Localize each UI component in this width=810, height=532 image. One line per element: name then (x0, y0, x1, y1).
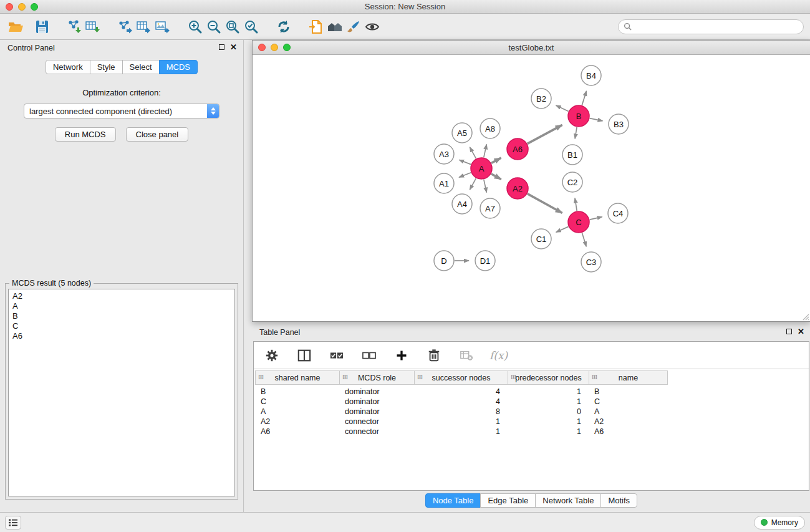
graph-node-D[interactable]: D (434, 251, 454, 271)
zoom-network-window-button[interactable] (283, 44, 291, 51)
graph-edge-B-B4[interactable] (582, 91, 586, 105)
minimize-network-window-button[interactable] (271, 44, 278, 51)
select-all-icon[interactable] (327, 346, 346, 365)
titlebar[interactable]: Session: New Session (0, 0, 810, 14)
add-column-icon[interactable] (392, 346, 411, 365)
zoom-window-button[interactable] (31, 3, 38, 11)
graph-node-B[interactable]: B (568, 105, 589, 127)
graph-edge-A-A3[interactable] (459, 160, 471, 164)
graph-node-B3[interactable]: B3 (609, 114, 629, 134)
tab-motifs[interactable]: Motifs (600, 493, 637, 508)
zoom-fit-icon[interactable] (223, 17, 242, 36)
tab-network[interactable]: Network (46, 60, 90, 74)
graph-edge-C-C3[interactable] (582, 233, 586, 246)
graph-edge-B-B3[interactable] (590, 118, 603, 121)
graph-node-A3[interactable]: A3 (434, 144, 454, 164)
eye-icon[interactable] (363, 17, 382, 36)
criterion-select[interactable]: largest connected component (directed) (24, 104, 219, 118)
memory-button[interactable]: Memory (754, 516, 805, 530)
graph-node-B2[interactable]: B2 (531, 89, 551, 109)
column-header[interactable]: ⊞name (589, 371, 667, 384)
network-canvas[interactable]: B4B2BB3A5A8A6A3B1AC2A1A2A4A7C4CC1C3DD1 (253, 55, 810, 321)
graph-node-A4[interactable]: A4 (452, 194, 472, 214)
list-item[interactable]: C (12, 321, 231, 331)
graph-node-A2[interactable]: A2 (507, 178, 528, 199)
graph-node-C3[interactable]: C3 (581, 252, 601, 272)
table-row[interactable]: A2connector11A2 (255, 417, 808, 427)
graph-edge-A-A8[interactable] (484, 144, 487, 157)
open-session-file-icon[interactable] (307, 17, 325, 36)
tab-style[interactable]: Style (90, 60, 123, 74)
close-window-button[interactable] (6, 3, 13, 11)
graph-node-D1[interactable]: D1 (475, 251, 495, 271)
tab-mcds[interactable]: MCDS (159, 60, 198, 74)
import-network-icon[interactable] (65, 17, 84, 36)
column-header[interactable]: ⊞predecessor nodes (508, 371, 589, 384)
graph-edge-A-A1[interactable] (459, 173, 471, 178)
graph-edge-A2-C[interactable] (528, 194, 562, 213)
graph-node-C[interactable]: C (568, 211, 589, 233)
minimize-window-button[interactable] (18, 3, 26, 11)
column-header[interactable]: ⊞MCDS role (340, 371, 415, 384)
search-box[interactable] (618, 19, 804, 34)
graph-node-C1[interactable]: C1 (531, 229, 551, 249)
run-mcds-button[interactable]: Run MCDS (55, 127, 116, 142)
graph-edge-C-C2[interactable] (575, 198, 577, 211)
open-session-icon[interactable] (6, 17, 25, 36)
import-table-icon[interactable] (84, 17, 102, 36)
graph-node-A7[interactable]: A7 (480, 198, 500, 218)
delete-column-icon[interactable] (425, 346, 443, 365)
graph-node-B1[interactable]: B1 (562, 145, 582, 165)
graph-edge-A-A5[interactable] (470, 147, 476, 158)
graph-edge-A-A2[interactable] (491, 174, 501, 180)
table-row[interactable]: A6connector11A6 (255, 427, 808, 437)
show-columns-icon[interactable] (295, 346, 314, 365)
graph-edge-C-C1[interactable] (556, 226, 569, 232)
table-row[interactable]: Cdominator41C (255, 397, 808, 407)
save-session-icon[interactable] (32, 17, 51, 36)
graph-node-B4[interactable]: B4 (581, 65, 601, 85)
graph-node-A6[interactable]: A6 (507, 138, 528, 160)
graph-edge-C-C4[interactable] (590, 217, 602, 220)
list-item[interactable]: A (12, 301, 231, 311)
float-panel-icon[interactable] (219, 44, 224, 50)
mcds-result-list[interactable]: A2ABCA6 (8, 289, 235, 496)
list-item[interactable]: A2 (12, 291, 231, 301)
graph-node-A[interactable]: A (471, 158, 492, 179)
home-icon[interactable] (325, 17, 344, 36)
export-table-icon[interactable] (135, 17, 153, 36)
show-panels-button[interactable] (5, 516, 21, 530)
graph-node-A5[interactable]: A5 (452, 123, 472, 143)
float-table-panel-icon[interactable] (786, 329, 792, 334)
graph-node-C2[interactable]: C2 (562, 172, 582, 192)
resize-grip-icon[interactable] (802, 313, 809, 321)
graph-edge-A6-B[interactable] (528, 125, 562, 143)
zoom-in-icon[interactable] (186, 17, 205, 36)
network-window-titlebar[interactable]: testGlobe.txt (253, 41, 810, 55)
tab-edge-table[interactable]: Edge Table (480, 493, 536, 508)
close-network-window-button[interactable] (258, 44, 266, 51)
graph-edge-A-A7[interactable] (484, 180, 487, 193)
search-input[interactable] (635, 22, 798, 31)
list-item[interactable]: A6 (12, 331, 231, 341)
export-image-icon[interactable] (153, 17, 172, 36)
graph-edge-A-A6[interactable] (491, 158, 501, 163)
tab-select[interactable]: Select (122, 60, 160, 74)
close-panel-icon[interactable]: ✕ (230, 44, 237, 50)
graph-node-A8[interactable]: A8 (480, 118, 500, 138)
graph-node-C4[interactable]: C4 (608, 203, 628, 223)
list-item[interactable]: B (12, 311, 231, 321)
table-settings-icon[interactable] (263, 346, 281, 365)
column-header[interactable]: ⊞successor nodes (415, 371, 508, 384)
style-brush-icon[interactable] (344, 17, 363, 36)
close-table-panel-icon[interactable]: ✕ (798, 329, 804, 334)
graph-edge-A-A4[interactable] (470, 178, 476, 190)
tab-network-table[interactable]: Network Table (535, 493, 601, 508)
export-network-icon[interactable] (116, 17, 135, 36)
column-header[interactable]: ⊞shared name (256, 371, 340, 384)
graph-edge-B-B2[interactable] (556, 105, 569, 111)
zoom-selected-icon[interactable] (242, 17, 261, 36)
table-row[interactable]: Bdominator41B (255, 387, 808, 397)
zoom-out-icon[interactable] (205, 17, 223, 36)
table-row[interactable]: Adominator80A (255, 407, 808, 417)
